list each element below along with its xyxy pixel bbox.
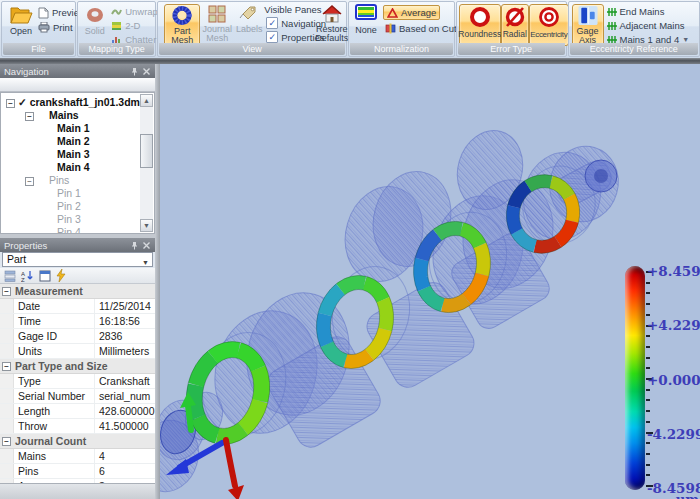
property-row-throw[interactable]: Throw 41.500000 (0, 419, 155, 434)
close-icon[interactable] (142, 67, 151, 76)
mapping-type-group-label: Mapping Type (79, 43, 154, 55)
tree-item-pin-2[interactable]: Pin 2 (1, 200, 154, 213)
scroll-down-arrow[interactable]: ▼ (140, 219, 153, 232)
properties-checkbox[interactable]: ✓ (266, 31, 278, 43)
property-row-date[interactable]: Date 11/25/2014 (0, 299, 155, 314)
scale-minor-tick (646, 464, 650, 466)
average-label: Average (401, 7, 436, 18)
property-pages-icon[interactable] (39, 270, 51, 282)
navigation-tree[interactable]: − ✓ crankshaft1_jn01.3dm − Mains Main 1 … (0, 92, 155, 234)
property-row-gage-id[interactable]: Gage ID 2836 (0, 329, 155, 344)
tree-item-pin-4[interactable]: Pin 4 (1, 226, 154, 234)
ribbon: Open Preview Print File Solid (0, 0, 700, 58)
tree-item-main-4[interactable]: Main 4 (1, 161, 154, 174)
property-row-type[interactable]: Type Crankshaft (0, 374, 155, 389)
none-button[interactable]: None (353, 4, 379, 44)
collapse-icon[interactable]: − (25, 112, 34, 121)
none-label: None (355, 26, 377, 35)
collapse-icon[interactable]: − (2, 287, 11, 296)
adjacent-mains-button[interactable]: Adjacent Mains (607, 19, 685, 32)
tree-pins-row[interactable]: − Pins (1, 174, 154, 187)
categorized-icon[interactable] (4, 270, 16, 282)
eccentricity-button[interactable]: Eccentricity (529, 4, 569, 46)
based-on-cut-icon (385, 23, 396, 34)
property-row-length[interactable]: Length 428.600000 (0, 404, 155, 419)
tree-scrollbar[interactable]: ▲ ▼ (140, 94, 153, 232)
properties-toolbar: A Z (0, 268, 155, 284)
restore-defaults-label: Restore Defaults (315, 25, 348, 43)
navigation-toolstrip (0, 78, 155, 92)
end-mains-button[interactable]: End Mains (607, 5, 665, 18)
tree-root-row[interactable]: − ✓ crankshaft1_jn01.3dm (1, 96, 154, 109)
property-row-units[interactable]: Units Millimeters (0, 344, 155, 359)
mains-1-and-4-dropdown-arrow: ▼ (682, 36, 689, 43)
scroll-up-arrow[interactable]: ▲ (140, 94, 153, 107)
property-row-serial-number[interactable]: Serial Number serial_num (0, 389, 155, 404)
journal-mesh-button[interactable]: Journal Mesh (200, 4, 234, 44)
scale-minor-tick (646, 292, 650, 294)
end-mains-label: End Mains (620, 6, 665, 17)
group-header-part-type[interactable]: − Part Type and Size (0, 359, 155, 374)
visible-panes-title: Visible Panes (264, 4, 321, 15)
scale-minor-tick (646, 367, 650, 369)
scale-label-lower: -4.2299 (647, 426, 700, 442)
tree-item-pin-1[interactable]: Pin 1 (1, 187, 154, 200)
alphabetical-sort-icon[interactable]: A Z (21, 270, 34, 282)
view-group-label: View (159, 43, 345, 55)
properties-object-selector[interactable]: Part ▼ (2, 252, 153, 267)
navigation-checkbox[interactable]: ✓ (266, 17, 278, 29)
scale-minor-tick (646, 442, 650, 444)
model-viewport[interactable]: +8.4598 +4.2299 +0.0000 -4.2299 -8.4598 … (160, 64, 700, 499)
gage-axis-icon (577, 5, 599, 26)
collapse-icon[interactable]: − (25, 177, 34, 186)
group-header-journal-count[interactable]: − Journal Count (0, 434, 155, 449)
tree-item-pin-3[interactable]: Pin 3 (1, 213, 154, 226)
tree-item-main-2[interactable]: Main 2 (1, 135, 154, 148)
tree-mains-row[interactable]: − Mains (1, 109, 154, 122)
end-mains-icon (607, 7, 617, 17)
pin-icon[interactable] (130, 67, 139, 76)
property-row-pins[interactable]: Pins 6 (0, 464, 155, 479)
eccentricity-label: Eccentricity (530, 30, 567, 39)
radial-button[interactable]: Radial (501, 4, 529, 46)
journal-mesh-label: Journal Mesh (200, 25, 234, 43)
property-row-mains[interactable]: Mains 4 (0, 449, 155, 464)
adjacent-mains-label: Adjacent Mains (620, 20, 685, 31)
file-group-label: File (3, 43, 74, 55)
labels-label: Labels (236, 25, 263, 34)
labels-tag-icon (239, 4, 259, 24)
gage-axis-button[interactable]: Gage Axis (572, 4, 604, 46)
twod-button[interactable]: 2-D (111, 19, 140, 32)
restore-defaults-button[interactable]: Restore Defaults (315, 4, 348, 44)
solid-button[interactable]: Solid (81, 4, 108, 44)
solid-torus-icon (84, 4, 106, 26)
collapse-icon[interactable]: − (2, 437, 11, 446)
open-button[interactable]: Open (6, 4, 36, 44)
collapse-icon[interactable]: − (6, 99, 15, 108)
scale-minor-tick (646, 389, 650, 391)
twod-icon (111, 21, 122, 31)
scroll-thumb[interactable] (140, 134, 153, 168)
part-mesh-icon (171, 5, 193, 26)
tree-item-main-3[interactable]: Main 3 (1, 148, 154, 161)
property-row-time[interactable]: Time 16:18:56 (0, 314, 155, 329)
tree-item-main-1[interactable]: Main 1 (1, 122, 154, 135)
group-header-measurement[interactable]: − Measurement (0, 284, 155, 299)
properties-panel-title: Properties (4, 240, 47, 251)
roundness-icon (468, 5, 492, 29)
roundness-button[interactable]: Roundness (459, 4, 501, 46)
scale-minor-tick (646, 303, 650, 305)
collapse-icon[interactable]: − (2, 362, 11, 371)
close-icon[interactable] (142, 241, 151, 250)
pin-icon[interactable] (130, 241, 139, 250)
part-mesh-button[interactable]: Part Mesh (164, 4, 200, 46)
ribbon-group-normalization: None Average Based on Cut 1 ▼ Normalizat… (348, 1, 455, 57)
properties-panel-header: Properties (0, 238, 155, 252)
adjacent-mains-icon (607, 21, 617, 31)
labels-button[interactable]: Labels (236, 4, 262, 44)
events-lightning-icon[interactable] (56, 269, 66, 282)
open-folder-icon (9, 4, 33, 26)
average-button[interactable]: Average (383, 5, 440, 20)
print-button[interactable]: Print (38, 21, 73, 34)
scale-label-upper: +4.2299 (647, 317, 700, 333)
